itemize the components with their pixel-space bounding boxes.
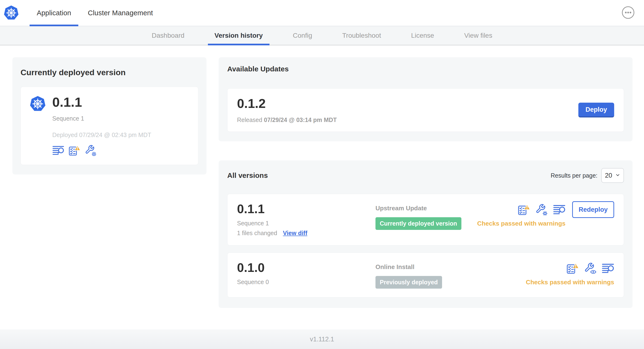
checks-status-text: Checks passed with warnings	[526, 278, 614, 286]
deployed-version-card: 0.1.1 Sequence 1 Deployed 07/29/24 @ 02:…	[20, 87, 198, 165]
deploy-button[interactable]: Deploy	[578, 103, 614, 118]
ellipsis-icon	[622, 6, 634, 20]
version-source-label: Upstream Update	[376, 204, 462, 212]
edit-config-icon[interactable]	[536, 204, 548, 216]
top-nav: Application Cluster Management	[30, 0, 160, 26]
subnav-tab-license[interactable]: License	[404, 26, 441, 45]
subnav-tab-version-history[interactable]: Version history	[208, 26, 270, 45]
row-version-number: 0.1.1	[237, 203, 376, 215]
tab-application[interactable]: Application	[30, 0, 78, 26]
all-versions-title: All versions	[227, 172, 268, 180]
checks-status-text: Checks passed with warnings	[477, 220, 566, 227]
status-badge: Previously deployed	[376, 276, 442, 288]
version-row: 0.1.0 Sequence 0 Online Install Previous…	[227, 252, 624, 298]
preflight-checks-warning-icon[interactable]	[518, 204, 530, 216]
available-updates-panel: Available Updates 0.1.2 Released 07/29/2…	[219, 57, 632, 141]
version-row: 0.1.1 Sequence 1 1 files changed View di…	[227, 194, 624, 246]
preflight-checks-warning-icon[interactable]	[566, 262, 579, 274]
update-card: 0.1.2 Released 07/29/24 @ 03:14 pm MDT D…	[227, 88, 624, 132]
deployed-version-number: 0.1.1	[52, 96, 151, 109]
view-diff-link[interactable]: View diff	[283, 230, 307, 236]
main-content: Currently deployed version 0.1.1 Sequenc…	[0, 45, 644, 308]
view-config-icon[interactable]	[584, 262, 596, 274]
deployed-sequence: Sequence 1	[52, 115, 151, 122]
files-changed-label: 1 files changed	[237, 230, 277, 236]
chevron-down-icon	[615, 172, 620, 179]
status-badge: Currently deployed version	[376, 217, 462, 230]
logs-icon[interactable]	[602, 262, 614, 274]
version-source-label: Online Install	[376, 263, 442, 271]
row-sequence: Sequence 1	[237, 220, 376, 227]
update-version-number: 0.1.2	[237, 97, 337, 110]
edit-config-icon[interactable]	[85, 145, 97, 156]
logs-icon[interactable]	[52, 145, 64, 156]
preflight-checks-warning-icon[interactable]	[68, 145, 80, 156]
tab-cluster-management[interactable]: Cluster Management	[81, 0, 160, 26]
overflow-menu-button[interactable]	[622, 0, 634, 26]
subnav-tab-config[interactable]: Config	[286, 26, 319, 45]
footer: v1.112.1	[0, 330, 644, 349]
all-versions-panel: All versions Results per page: 20 0.1.1	[219, 160, 632, 308]
subnav-tab-dashboard[interactable]: Dashboard	[145, 26, 191, 45]
available-updates-title: Available Updates	[227, 65, 624, 73]
results-per-page-select[interactable]: 20	[601, 168, 624, 183]
currently-deployed-panel: Currently deployed version 0.1.1 Sequenc…	[12, 57, 206, 174]
console-version: v1.112.1	[310, 336, 334, 343]
kubernetes-logo	[3, 0, 19, 26]
redeploy-button[interactable]: Redeploy	[572, 201, 614, 218]
row-version-number: 0.1.0	[237, 262, 376, 274]
deployed-timestamp: Deployed 07/29/24 @ 02:43 pm MDT	[52, 132, 151, 138]
row-sequence: Sequence 0	[237, 278, 376, 286]
app-subnav: Dashboard Version history Config Trouble…	[0, 26, 644, 45]
app-icon	[29, 96, 46, 156]
update-released-line: Released 07/29/24 @ 03:14 pm MDT	[237, 116, 337, 124]
subnav-tab-troubleshoot[interactable]: Troubleshoot	[336, 26, 388, 45]
subnav-tab-view-files[interactable]: View files	[458, 26, 499, 45]
top-header: Application Cluster Management	[0, 0, 644, 26]
currently-deployed-title: Currently deployed version	[20, 68, 198, 77]
results-per-page-label: Results per page:	[551, 172, 598, 179]
logs-icon[interactable]	[553, 204, 566, 216]
